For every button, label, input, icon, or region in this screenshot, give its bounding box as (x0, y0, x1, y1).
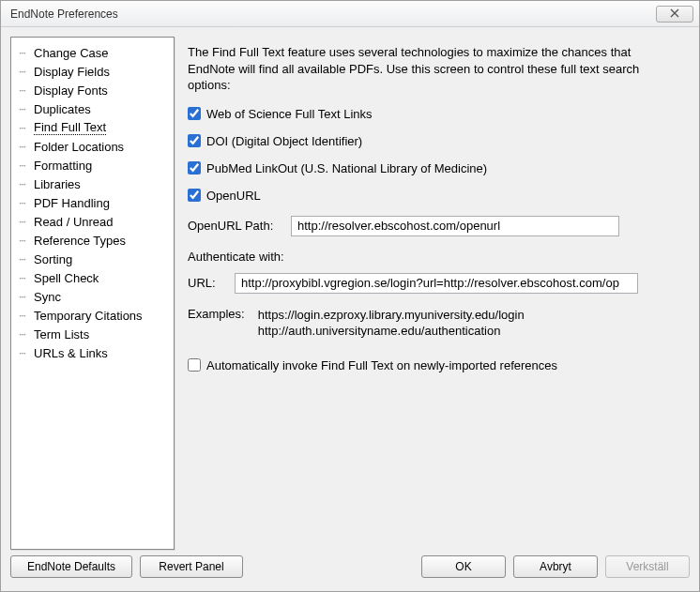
sidebar-item-label: Term Lists (34, 327, 89, 342)
tree-connector-icon: ···· (19, 179, 34, 190)
cancel-button[interactable]: Avbryt (513, 555, 598, 578)
option-pubmed: PubMed LinkOut (U.S. National Library of… (188, 161, 680, 175)
sidebar-item-term-lists[interactable]: ····Term Lists (13, 325, 172, 343)
sidebar-item-pdf-handling[interactable]: ····PDF Handling (13, 193, 172, 212)
tree-connector-icon: ···· (19, 292, 34, 302)
tree-connector-icon: ···· (19, 48, 34, 58)
sidebar-item-folder-locations[interactable]: ····Folder Locations (13, 137, 172, 156)
sidebar-item-display-fields[interactable]: ····Display Fields (13, 62, 172, 81)
auto-invoke-checkbox[interactable] (188, 358, 201, 372)
sidebar-item-find-full-text[interactable]: ····Find Full Text (13, 118, 172, 137)
ok-button[interactable]: OK (421, 555, 506, 578)
sidebar-item-formatting[interactable]: ····Formatting (13, 156, 172, 175)
sidebar-item-label: Formatting (34, 159, 92, 173)
example-line-1: https://login.ezproxy.library.myuniversi… (258, 307, 525, 324)
sidebar-item-display-fonts[interactable]: ····Display Fonts (13, 81, 172, 99)
sidebar-item-label: Change Case (34, 46, 109, 60)
revert-panel-button[interactable]: Revert Panel (140, 555, 243, 578)
examples-text: https://login.ezproxy.library.myuniversi… (258, 307, 525, 340)
sidebar-item-spell-check[interactable]: ····Spell Check (13, 268, 172, 287)
sidebar-item-label: Folder Locations (34, 140, 124, 154)
examples-label: Examples: (188, 307, 245, 340)
panel-description: The Find Full Text feature uses several … (188, 44, 666, 94)
tree-connector-icon: ···· (19, 311, 34, 321)
sidebar-item-label: Read / Unread (34, 215, 114, 229)
doi-checkbox[interactable] (188, 134, 201, 147)
sidebar-item-libraries[interactable]: ····Libraries (13, 175, 172, 193)
wos-label: Web of Science Full Text Links (206, 107, 373, 121)
sidebar-item-label: Libraries (34, 177, 81, 191)
sidebar-item-label: Display Fonts (34, 83, 108, 98)
tree-connector-icon: ···· (19, 160, 34, 171)
pubmed-label: PubMed LinkOut (U.S. National Library of… (206, 161, 487, 175)
option-wos: Web of Science Full Text Links (188, 107, 680, 121)
sidebar-item-label: Reference Types (34, 234, 126, 248)
preferences-window: EndNote Preferences ····Change Case····D… (0, 0, 700, 592)
sidebar-item-sync[interactable]: ····Sync (13, 287, 172, 306)
tree-connector-icon: ···· (19, 235, 34, 246)
tree-connector-icon: ···· (19, 85, 34, 96)
tree-connector-icon: ···· (19, 273, 34, 283)
pubmed-checkbox[interactable] (188, 161, 201, 175)
window-title: EndNote Preferences (7, 8, 656, 21)
authenticate-label: Authenticate with: (188, 250, 680, 264)
wos-checkbox[interactable] (188, 107, 201, 120)
dialog-footer: EndNote Defaults Revert Panel OK Avbryt … (1, 550, 699, 591)
option-openurl: OpenURL (188, 189, 680, 203)
sidebar-item-label: Temporary Citations (34, 309, 143, 323)
endnote-defaults-button[interactable]: EndNote Defaults (10, 555, 132, 578)
find-full-text-panel: The Find Full Text feature uses several … (186, 37, 690, 550)
option-doi: DOI (Digital Object Identifier) (188, 134, 680, 148)
openurl-checkbox[interactable] (188, 189, 201, 202)
openurl-label: OpenURL (206, 189, 261, 203)
tree-connector-icon: ···· (19, 329, 34, 340)
auth-url-row: URL: (188, 273, 680, 294)
sidebar-item-temporary-citations[interactable]: ····Temporary Citations (13, 306, 172, 325)
openurl-path-row: OpenURL Path: (188, 216, 680, 236)
titlebar: EndNote Preferences (1, 1, 699, 27)
sidebar-item-sorting[interactable]: ····Sorting (13, 250, 172, 268)
auto-invoke-row: Automatically invoke Find Full Text on n… (188, 358, 680, 372)
example-line-2: http://auth.universityname.edu/authentic… (258, 323, 525, 340)
close-button[interactable] (656, 6, 693, 23)
examples-row: Examples: https://login.ezproxy.library.… (188, 307, 680, 340)
auth-url-input[interactable] (235, 273, 638, 294)
tree-connector-icon: ···· (19, 254, 34, 265)
tree-connector-icon: ···· (19, 104, 34, 114)
sidebar-item-label: Sync (34, 290, 61, 304)
tree-connector-icon: ···· (19, 348, 34, 358)
sidebar-item-change-case[interactable]: ····Change Case (13, 43, 172, 62)
sidebar-item-label: Duplicates (34, 102, 91, 116)
tree-connector-icon: ···· (19, 217, 34, 227)
sidebar-item-urls-links[interactable]: ····URLs & Links (13, 343, 172, 362)
auto-invoke-label: Automatically invoke Find Full Text on n… (206, 358, 557, 372)
category-tree: ····Change Case····Display Fields····Dis… (10, 37, 175, 550)
openurl-path-input[interactable] (291, 216, 619, 236)
sidebar-item-label: PDF Handling (34, 196, 110, 210)
sidebar-item-label: Sorting (34, 252, 72, 266)
dialog-body: ····Change Case····Display Fields····Dis… (1, 27, 699, 550)
tree-connector-icon: ···· (19, 142, 34, 152)
sidebar-item-label: URLs & Links (34, 346, 108, 360)
sidebar-item-label: Find Full Text (34, 120, 106, 135)
tree-connector-icon: ···· (19, 123, 34, 133)
apply-button[interactable]: Verkställ (605, 555, 690, 578)
sidebar-item-read-unread[interactable]: ····Read / Unread (13, 212, 172, 231)
tree-connector-icon: ···· (19, 198, 34, 208)
sidebar-item-label: Display Fields (34, 65, 110, 79)
doi-label: DOI (Digital Object Identifier) (206, 134, 362, 148)
sidebar-item-duplicates[interactable]: ····Duplicates (13, 99, 172, 118)
auth-url-label: URL: (188, 276, 225, 290)
sidebar-item-label: Spell Check (34, 271, 99, 285)
openurl-path-label: OpenURL Path: (188, 219, 282, 233)
close-icon (670, 8, 679, 20)
tree-connector-icon: ···· (19, 67, 34, 77)
sidebar-item-reference-types[interactable]: ····Reference Types (13, 231, 172, 250)
